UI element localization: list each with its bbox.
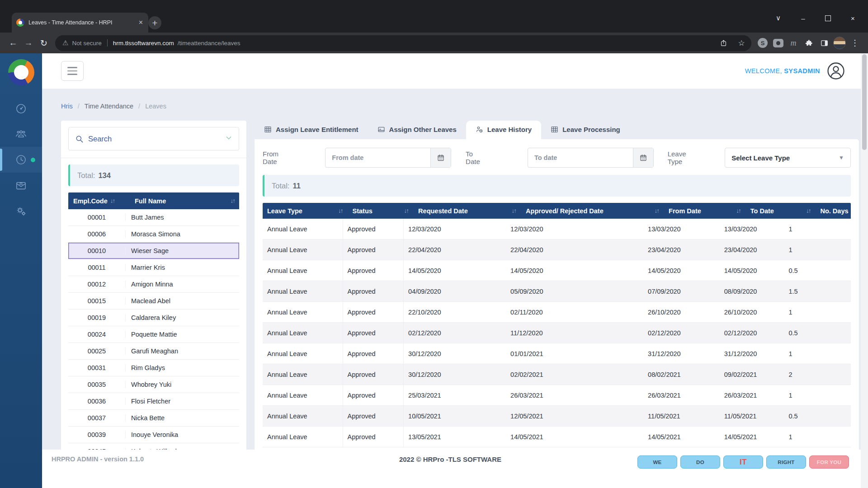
- requested-date-cell: 12/03/2020: [404, 225, 506, 233]
- leave-column-header[interactable]: Requested Date↓↑: [414, 207, 521, 215]
- employee-row[interactable]: 00006 Morasca Simona: [68, 226, 239, 243]
- tab-assign-other-leaves[interactable]: Assign Other Leaves: [368, 121, 466, 139]
- sidebar-item-settings[interactable]: [0, 198, 42, 224]
- from-date-cell: 08/02/2021: [643, 371, 720, 378]
- approved-rejected-date-cell: 26/03/2021: [506, 392, 643, 399]
- forward-button[interactable]: →: [21, 35, 36, 51]
- approved-rejected-date-cell: 14/05/2020: [506, 267, 643, 274]
- leave-column-header[interactable]: To Date↓↑: [746, 207, 816, 215]
- menu-toggle-button[interactable]: [61, 61, 84, 81]
- sort-icon[interactable]: ↓↑: [655, 207, 659, 214]
- employee-row[interactable]: 00010 Wieser Sage: [68, 243, 239, 259]
- sidebar-item-time-attendance[interactable]: [0, 147, 42, 173]
- employee-row[interactable]: 00035 Whobrey Yuki: [68, 376, 239, 393]
- leave-column-header[interactable]: From Date↓↑: [664, 207, 746, 215]
- leave-type-cell: Annual Leave: [263, 281, 343, 301]
- tab-assign-leave-entitlement[interactable]: Assign Leave Entitlement: [255, 121, 368, 139]
- from-date-input[interactable]: [326, 148, 430, 167]
- employee-row[interactable]: 00019 Caldarera Kiley: [68, 310, 239, 326]
- sort-icon[interactable]: ↓↑: [231, 197, 235, 204]
- scrollbar-thumb[interactable]: [862, 54, 867, 150]
- extensions-puzzle-icon[interactable]: [801, 35, 816, 51]
- sort-icon[interactable]: ↓↑: [110, 197, 115, 204]
- sort-icon[interactable]: ↓↑: [338, 207, 343, 214]
- sort-icon[interactable]: ↓↑: [512, 207, 516, 214]
- sidebar-item-employees[interactable]: [0, 121, 42, 147]
- share-icon[interactable]: [716, 36, 731, 50]
- employee-row[interactable]: 00036 Flosi Fletcher: [68, 393, 239, 410]
- sort-icon[interactable]: ↓↑: [404, 207, 409, 214]
- leave-type-cell: Annual Leave: [263, 343, 343, 364]
- from-date-calendar-button[interactable]: [430, 148, 451, 167]
- employee-row[interactable]: 00012 Amigon Minna: [68, 276, 239, 293]
- employee-table: Empl.Code↓↑ Full Name↓↑ 00001 Butt James: [68, 192, 239, 460]
- leave-column-header[interactable]: Leave Type↓↑: [263, 207, 348, 215]
- employee-row[interactable]: 00024 Poquette Mattie: [68, 326, 239, 343]
- skype-extension-icon[interactable]: S: [755, 35, 770, 51]
- sidebar-item-requests[interactable]: [0, 173, 42, 198]
- employee-row[interactable]: 00039 Inouye Veronika: [68, 427, 239, 443]
- leave-type-value: Select Leave Type: [731, 154, 790, 162]
- not-secure-warning-icon[interactable]: ⚠: [62, 39, 68, 47]
- search-icon: [75, 135, 84, 143]
- chevron-down-icon[interactable]: [225, 134, 232, 143]
- leave-column-header[interactable]: No. Days↓↑: [816, 207, 868, 215]
- tab-leave-processing[interactable]: Leave Processing: [541, 121, 630, 139]
- no-days-cell: 1: [784, 350, 857, 357]
- employee-row[interactable]: 00031 Rim Gladys: [68, 360, 239, 376]
- from-date-cell: 26/10/2020: [643, 309, 720, 316]
- employee-row[interactable]: 00025 Garufi Meaghan: [68, 343, 239, 360]
- status-cell: Approved: [343, 364, 404, 385]
- employee-row[interactable]: 00011 Marrier Kris: [68, 259, 239, 276]
- leave-column-header[interactable]: Status↓↑: [348, 207, 414, 215]
- to-date-input[interactable]: [528, 148, 633, 167]
- employee-search-input[interactable]: Search: [68, 127, 239, 150]
- employee-row[interactable]: 00001 Butt James: [68, 209, 239, 226]
- breadcrumb-item[interactable]: Leaves: [145, 103, 166, 110]
- employee-code-column-header[interactable]: Empl.Code↓↑: [68, 197, 130, 205]
- profile-avatar[interactable]: [832, 35, 847, 51]
- side-panel-icon[interactable]: [816, 35, 832, 51]
- sort-icon[interactable]: ↓↑: [736, 207, 741, 214]
- breadcrumb-item[interactable]: Time Attendance: [85, 103, 133, 110]
- window-minimize-icon[interactable]: –: [791, 10, 816, 26]
- window-close-icon[interactable]: ×: [840, 10, 865, 26]
- back-button[interactable]: ←: [5, 35, 21, 51]
- leave-type-select[interactable]: Select Leave Type ▼: [725, 148, 851, 168]
- user-profile-icon[interactable]: [826, 61, 845, 80]
- employee-name: Morasca Simona: [126, 230, 180, 238]
- camera-extension-icon[interactable]: [770, 35, 786, 51]
- employee-code: 00037: [68, 414, 126, 422]
- employee-name: Butt James: [126, 214, 164, 221]
- bookmark-star-icon[interactable]: ☆: [734, 36, 749, 50]
- username: SYSADMIN: [784, 67, 820, 75]
- leave-row: Annual Leave Approved 22/04/2020 22/04/2…: [263, 239, 851, 260]
- breadcrumb-item[interactable]: Hris: [61, 103, 73, 110]
- employee-name: Flosi Fletcher: [126, 398, 170, 405]
- employee-name: Caldarera Kiley: [126, 314, 176, 321]
- tab-close-icon[interactable]: ×: [138, 18, 144, 27]
- employee-name-column-header[interactable]: Full Name↓↑: [130, 197, 239, 205]
- hrpro-logo[interactable]: [8, 59, 34, 85]
- page-scrollbar[interactable]: [861, 53, 868, 488]
- sort-icon[interactable]: ↓↑: [806, 207, 811, 214]
- employee-row[interactable]: 00037 Nicka Bette: [68, 410, 239, 427]
- browser-menu-icon[interactable]: ⋮: [847, 35, 863, 51]
- leave-type-label: Leave Type: [668, 150, 702, 165]
- window-menu-icon[interactable]: ∨: [766, 10, 791, 26]
- window-maximize-icon[interactable]: [816, 10, 840, 26]
- address-bar[interactable]: ⚠ Not secure hrm.tlssoftwarevn.com/timea…: [55, 35, 751, 51]
- to-date-calendar-button[interactable]: [633, 148, 653, 167]
- employee-row[interactable]: 00015 Maclead Abel: [68, 293, 239, 310]
- browser-tab[interactable]: Leaves - Time Attendance - HRPI ×: [12, 13, 148, 33]
- employee-name: Amigon Minna: [126, 281, 173, 288]
- new-tab-button[interactable]: +: [148, 16, 161, 29]
- leave-column-header[interactable]: Approved/ Rejected Date↓↑: [521, 207, 664, 215]
- m-extension-icon[interactable]: m: [786, 35, 801, 51]
- tab-leave-history[interactable]: Leave History: [466, 121, 541, 139]
- sidebar-item-dashboard[interactable]: [0, 95, 42, 121]
- employee-code: 00019: [68, 314, 126, 321]
- reload-button[interactable]: ↻: [36, 35, 52, 51]
- person-clock-icon: [476, 126, 483, 133]
- no-days-cell: 0.5: [784, 413, 857, 420]
